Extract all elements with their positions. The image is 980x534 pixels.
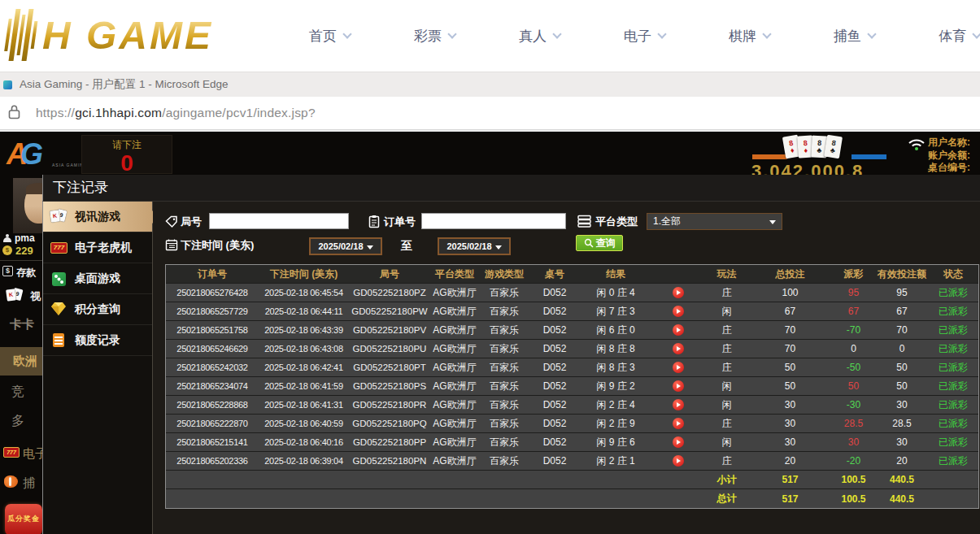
deposit-button[interactable]: 存款 xyxy=(16,266,36,280)
cell-result: 闲 0 庄 4 xyxy=(580,284,651,302)
cell-result: 闲 2 庄 4 xyxy=(580,396,651,414)
cell-empty xyxy=(651,489,704,508)
play-video-button[interactable] xyxy=(673,362,684,373)
column-header: 游戏类型 xyxy=(479,265,529,283)
nav-item[interactable]: 体育 xyxy=(939,27,980,46)
nav-item[interactable]: 电子 xyxy=(624,27,665,46)
game-background: AG ASIA GAMING 请下注 0 8♦8♦8♣8♣ 3,042,000.… xyxy=(0,130,980,534)
menu-item-europe[interactable]: 欧洲 xyxy=(0,347,42,376)
subtotal-row-value: 100.5 xyxy=(831,471,876,488)
nav-item[interactable]: 棋牌 xyxy=(729,27,770,46)
chevron-down-icon xyxy=(762,29,771,38)
grand-total-row-value: 440.5 xyxy=(876,489,928,508)
cell-round: GD052252180PT xyxy=(349,358,430,376)
column-header: 派彩 xyxy=(831,265,876,283)
cell-status: 已派彩 xyxy=(928,377,978,395)
menu-video-label[interactable]: 视 xyxy=(30,289,41,304)
order-number-input[interactable] xyxy=(421,213,566,229)
menu-item-duo[interactable]: 多 xyxy=(11,413,24,430)
nav-item[interactable]: 真人 xyxy=(519,27,560,46)
play-video-button[interactable] xyxy=(673,324,684,336)
sidebar-item-video-games[interactable]: 9K 视讯游戏 xyxy=(43,202,152,232)
play-video-button[interactable] xyxy=(673,343,684,354)
play-video-button[interactable] xyxy=(673,436,684,448)
play-video-button[interactable] xyxy=(673,380,684,392)
column-header: 玩法 xyxy=(704,265,749,283)
calendar-icon xyxy=(165,238,178,251)
search-button[interactable]: 查询 xyxy=(576,235,623,251)
cell-game: 百家乐 xyxy=(479,284,529,302)
browser-url-bar[interactable]: https://gci.1hhapi.com/agingame/pcv1/ind… xyxy=(0,97,980,130)
chevron-down-icon xyxy=(447,29,456,38)
platform-type-select[interactable]: 1.全部 xyxy=(647,213,782,230)
play-video-button[interactable] xyxy=(673,455,684,467)
cell-valid_bet: 0 xyxy=(876,340,928,358)
nav-item[interactable]: 首页 xyxy=(309,27,351,46)
cell-status: 已派彩 xyxy=(928,415,978,432)
cell-table_no: D052 xyxy=(529,321,580,339)
user-icon xyxy=(3,234,11,242)
cell-platform: AG欧洲厅 xyxy=(430,452,479,470)
cell-platform: AG欧洲厅 xyxy=(430,302,479,320)
sidebar-item-table-games[interactable]: 桌面游戏 xyxy=(43,263,152,294)
cell-round: GD052252180PN xyxy=(349,452,430,470)
cell-payout: 67 xyxy=(831,302,876,320)
subtotal-row-value: 440.5 xyxy=(876,471,928,488)
url-text[interactable]: https://gci.1hhapi.com/agingame/pcv1/ind… xyxy=(36,106,316,120)
sidebar-item-points-query[interactable]: 积分查询 xyxy=(43,294,152,325)
cell-result: 闲 2 庄 1 xyxy=(580,452,651,470)
cell-total_bet: 30 xyxy=(749,433,831,451)
cell-play_type: 闲 xyxy=(704,396,749,414)
menu-item-jing[interactable]: 竞 xyxy=(11,384,24,401)
cell-order: 250218065276428 xyxy=(166,284,259,302)
sidebar-item-credit-records[interactable]: 额度记录 xyxy=(43,325,152,356)
play-video-button[interactable] xyxy=(673,287,684,298)
bet-time-label: 下注时间 (美东) xyxy=(181,238,254,253)
cell-round: GD052252180PR xyxy=(349,396,430,414)
menu-item-fishing[interactable]: 捕 xyxy=(23,475,35,491)
cell-game: 百家乐 xyxy=(479,302,529,320)
wifi-icon xyxy=(907,136,926,154)
nav-item[interactable]: 彩票 xyxy=(414,27,455,46)
cell-platform: AG欧洲厅 xyxy=(430,284,479,302)
clownfish-icon xyxy=(4,475,18,488)
cell-order: 250218065228868 xyxy=(166,396,259,414)
column-header: 订单号 xyxy=(166,265,259,283)
table-row: 2502180652288682025-02-18 06:41:31GD0522… xyxy=(166,396,978,415)
table-info-labels: 用户名称:账户余额:桌台编号: xyxy=(928,137,970,175)
cell-valid_bet: 28.5 xyxy=(876,415,928,432)
cell-empty xyxy=(479,471,529,488)
play-video-button[interactable] xyxy=(673,418,684,429)
playing-card: 8♣ xyxy=(824,135,843,159)
cell-order: 250218065202336 xyxy=(166,452,259,470)
cell-play xyxy=(651,284,704,302)
nav-item[interactable]: 捕鱼 xyxy=(834,27,875,46)
date-from-picker[interactable]: 2025/02/18 xyxy=(309,237,382,255)
cell-play_type: 庄 xyxy=(704,340,749,358)
sidebar-item-slots[interactable]: 777 电子老虎机 xyxy=(43,232,152,263)
menu-item-kaka[interactable]: 卡卡 xyxy=(10,317,34,332)
to-label: 至 xyxy=(401,239,412,254)
promo-banner[interactable]: 瓜分奖金 xyxy=(5,504,42,534)
cell-order: 250218065246629 xyxy=(166,340,259,358)
cell-valid_bet: 30 xyxy=(876,433,928,451)
cell-play xyxy=(651,302,704,320)
round-number-input[interactable] xyxy=(209,213,349,229)
ag-logo: AG xyxy=(7,140,43,169)
slots-777-icon: 777 xyxy=(3,447,20,458)
logo-text: H GAME xyxy=(42,13,213,58)
date-to-picker[interactable]: 2025/02/18 xyxy=(438,237,511,255)
cell-platform: AG欧洲厅 xyxy=(430,358,479,376)
cell-payout: 28.5 xyxy=(831,415,876,432)
cell-payout: -70 xyxy=(831,321,876,339)
cell-total_bet: 67 xyxy=(749,302,831,320)
play-video-button[interactable] xyxy=(673,306,684,317)
dealt-cards: 8♦8♦8♣8♣ xyxy=(786,136,841,158)
play-video-button[interactable] xyxy=(673,399,684,410)
cell-empty xyxy=(259,489,349,508)
chevron-down-icon xyxy=(552,29,561,38)
cell-play_type: 庄 xyxy=(704,284,749,302)
edge-icon xyxy=(3,80,12,89)
cell-empty xyxy=(259,471,349,488)
cell-table_no: D052 xyxy=(529,377,580,395)
